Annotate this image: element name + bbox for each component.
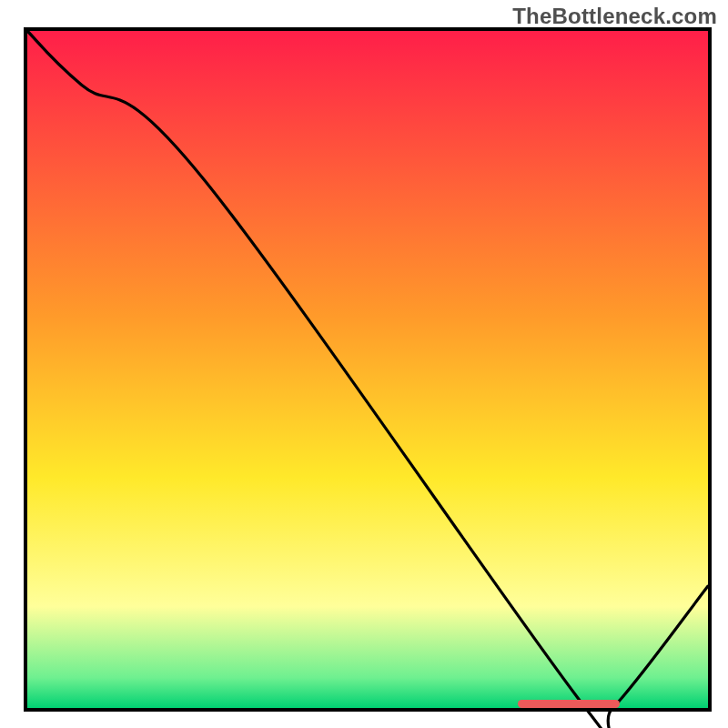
optimal-marker (518, 700, 620, 708)
chart-stage: TheBottleneck.com (0, 0, 728, 728)
chart-line-layer (27, 31, 708, 708)
plot-frame (24, 27, 712, 712)
data-curve (27, 31, 708, 728)
attribution-text: TheBottleneck.com (512, 4, 717, 29)
